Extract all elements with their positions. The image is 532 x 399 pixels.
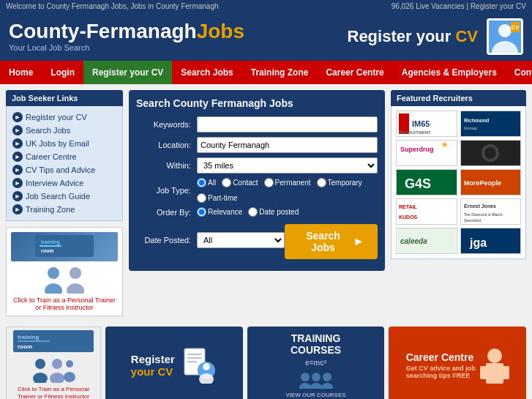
within-select[interactable]: 35 miles 5 miles 10 miles 20 miles 50 mi… [197,157,378,174]
black-logo [461,140,520,166]
radio-temporary[interactable] [317,178,326,187]
nav-contact[interactable]: Contact Us [506,61,532,84]
jobtype-all[interactable]: All [197,178,216,187]
svg-point-45 [35,359,45,369]
training-banner-link[interactable]: Click to Train as a Personal Trainer or … [11,297,118,311]
sidebar-link-career[interactable]: ► Career Centre [12,150,116,163]
nav-register-cv[interactable]: Register your CV [83,61,172,84]
jobtype-contact[interactable]: Contact [222,178,258,187]
svg-point-61 [312,373,321,381]
jobtype-radio-group: All Contact Permanent Temporary Part-tim… [197,178,378,203]
radio-relevance[interactable] [197,207,206,217]
radio-all[interactable] [197,178,206,187]
search-button[interactable]: Search Jobs ► [285,224,378,259]
svg-text:G4S: G4S [405,176,431,191]
recruiter-morepeople[interactable]: MorePeople [460,169,522,195]
cv-person-svg: CV [489,20,521,53]
svg-point-59 [301,373,310,381]
keywords-input[interactable] [197,116,378,133]
orderby-date[interactable]: Date posted [248,207,299,217]
recruiter-ernest[interactable]: Ernest Jones The Diamond & Watch Special… [460,198,522,225]
recruiter-superdrug[interactable]: Superdrug ★ [396,140,457,166]
sidebar-link-jobguide[interactable]: ► Job Search Guide [12,190,116,203]
main-nav: Home Login Register your CV Search Jobs … [0,61,532,84]
career-centre-text: Career Centre Get CV advice and job sear… [406,351,476,379]
svg-text:★: ★ [441,141,449,149]
location-row: Location: [136,137,378,153]
bottom-banners: training room Click to Train as a Person… [0,322,532,399]
register-cv-icon [181,347,217,384]
arrow-icon: ► [12,204,23,215]
sidebar-content: ► Register your CV ► Search Jobs ► UK Jo… [6,106,123,221]
training-room-link[interactable]: Click to Train as a Personal Trainer or … [10,386,97,399]
career-person-icon [480,347,509,384]
jobtype-row: Job Type: All Contact Permanent Temporar… [136,178,378,203]
svg-text:room: room [18,343,32,350]
register-cv-header[interactable]: Register your CV [348,27,479,46]
sidebar-link-career-label: Career Centre [26,152,77,161]
sidebar-link-cvtips[interactable]: ► CV Tips and Advice [12,163,116,176]
svg-text:Ernest Jones: Ernest Jones [464,204,496,209]
orderby-label: Order By: [136,208,191,217]
svg-point-47 [52,359,62,369]
courses-people-svg [298,370,334,389]
sidebar-link-search-label: Search Jobs [26,126,70,135]
sidebar-link-uk-jobs[interactable]: ► UK Jobs by Email [12,137,116,150]
jobtype-temporary[interactable]: Temporary [317,178,362,187]
training-room-people [10,357,97,383]
svg-rect-66 [486,363,503,384]
svg-rect-68 [502,366,509,379]
orderby-relevance[interactable]: Relevance [197,207,242,217]
recruiter-im65[interactable]: IM65 RECRUITMENT [396,111,457,137]
banner-career-centre[interactable]: Career Centre Get CV advice and job sear… [389,327,526,399]
svg-point-62 [310,383,322,389]
keywords-label: Keywords: [136,120,191,129]
register-cv-banner-text: Register your CV [131,353,175,378]
morepeople-logo: MorePeople [461,169,520,195]
training-room-banner[interactable]: training room Click to Train as a Person… [6,327,101,399]
svg-text:CV: CV [511,24,520,31]
svg-point-10 [45,283,62,294]
recruiter-jga[interactable]: jga [460,228,522,254]
training-people-icons [11,264,118,294]
nav-agencies[interactable]: Agencies & Employers [393,61,506,84]
nav-login[interactable]: Login [42,61,83,84]
courses-subtitle: e=mc² [305,359,326,367]
sidebar-link-interview[interactable]: ► Interview Advice [12,176,116,190]
courses-title: TRAININGCOURSES [291,332,341,356]
jobtype-permanent[interactable]: Permanent [264,178,311,187]
radio-parttime[interactable] [197,193,206,203]
jobtype-parttime[interactable]: Part-time [197,193,238,203]
arrow-icon: ► [12,152,23,162]
sidebar-link-training[interactable]: ► Training Zone [12,203,116,216]
recruiter-retail[interactable]: RETAIL KUDOS [396,198,457,225]
training-room-banner-logo: training room [13,330,94,352]
people-svg [31,357,75,383]
sidebar-link-register[interactable]: ► Register your CV [12,111,116,124]
location-input[interactable] [197,137,378,153]
svg-point-11 [70,267,81,279]
search-button-icon: ► [353,235,364,248]
svg-text:Richmond: Richmond [464,118,489,123]
nav-training-zone[interactable]: Training Zone [242,61,318,84]
sidebar-link-search[interactable]: ► Search Jobs [12,124,116,137]
recruiter-caleeda[interactable]: caleeda [396,228,457,254]
keywords-row: Keywords: [136,116,378,133]
radio-date[interactable] [248,207,258,217]
training-sidebar-banner[interactable]: training room Click to Train as a Person… [6,227,123,316]
radio-permanent[interactable] [264,178,274,187]
svg-point-48 [50,373,64,383]
recruiter-g4s[interactable]: G4S [396,169,457,195]
dateposted-select[interactable]: All Last 24 hours Last 3 days Last 7 day… [197,232,285,248]
sidebar-link-training-label: Training Zone [26,205,75,214]
nav-home[interactable]: Home [0,61,42,84]
nav-search-jobs[interactable]: Search Jobs [172,61,241,84]
nav-career-centre[interactable]: Career Centre [317,61,392,84]
arrow-icon: ► [12,125,23,135]
banner-register-cv[interactable]: Register your CV [105,327,243,399]
sidebar-link-uk-label: UK Jobs by Email [26,139,89,148]
recruiter-black[interactable] [460,140,522,166]
recruiter-richmond[interactable]: Richmond Group [460,111,522,137]
banner-training-courses[interactable]: TRAININGCOURSES e=mc² VIEW OUR COURSES [247,327,385,399]
radio-contact[interactable] [222,178,231,187]
